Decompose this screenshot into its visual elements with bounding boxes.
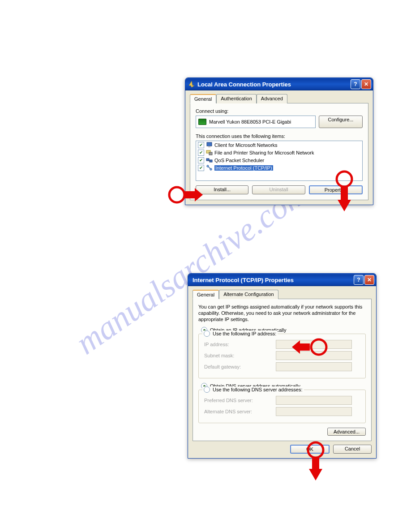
radio-use-dns[interactable]: Use the following DNS server addresses: [204, 386, 303, 393]
tab-general[interactable]: General [193, 290, 219, 299]
gateway-field [276, 362, 352, 371]
configure-button[interactable]: Configure... [319, 116, 363, 128]
qos-icon [206, 157, 213, 163]
svg-point-11 [169, 187, 184, 202]
close-button[interactable]: ✕ [361, 79, 371, 89]
tab-alternate[interactable]: Alternate Configuration [219, 290, 278, 299]
list-item-label: QoS Packet Scheduler [214, 158, 264, 163]
properties-button[interactable]: Properties [309, 185, 363, 194]
alt-dns-field [276, 407, 352, 416]
svg-rect-2 [208, 146, 210, 147]
ip-address-label: IP address: [204, 342, 271, 347]
svg-line-10 [209, 167, 210, 169]
tcpip-titlebar[interactable]: Internet Protocol (TCP/IP) Properties ? … [188, 274, 376, 286]
tab-advanced[interactable]: Advanced [257, 94, 287, 103]
pref-dns-label: Preferred DNS server: [204, 398, 271, 403]
checkbox-icon[interactable]: ✔ [198, 142, 204, 148]
list-item-label: File and Printer Sharing for Microsoft N… [214, 150, 314, 155]
lac-titlebar-icon [188, 81, 195, 88]
ok-button[interactable]: OK [290, 445, 330, 454]
cancel-button[interactable]: Cancel [333, 445, 372, 454]
tcpip-properties-window: Internet Protocol (TCP/IP) Properties ? … [188, 273, 377, 459]
checkbox-icon[interactable]: ✔ [198, 150, 204, 156]
lac-properties-window: Local Area Connection Properties ? ✕ Gen… [185, 77, 373, 205]
tcpip-description: You can get IP settings assigned automat… [198, 304, 366, 322]
list-item[interactable]: ✔ File and Printer Sharing for Microsoft… [196, 149, 362, 156]
subnet-label: Subnet mask: [204, 353, 271, 358]
help-button[interactable]: ? [351, 79, 360, 89]
svg-rect-4 [209, 152, 212, 155]
svg-rect-1 [207, 142, 212, 146]
svg-rect-5 [206, 159, 209, 161]
list-item[interactable]: ✔ QoS Packet Scheduler [196, 156, 362, 164]
advanced-button[interactable]: Advanced... [327, 428, 366, 436]
items-list[interactable]: ✔ Client for Microsoft Networks ✔ File a… [196, 141, 363, 181]
gateway-label: Default gateway: [204, 364, 271, 369]
checkbox-icon[interactable]: ✔ [198, 165, 204, 171]
ip-address-field [276, 340, 352, 349]
radio-label: Use the following IP address: [213, 331, 276, 336]
lac-tabstrip: General Authentication Advanced [190, 94, 368, 103]
connect-using-label: Connect using: [196, 108, 363, 114]
install-button[interactable]: Install... [196, 185, 248, 194]
radio-icon[interactable] [204, 386, 210, 393]
radio-use-ip[interactable]: Use the following IP address: [204, 330, 276, 337]
pref-dns-field [276, 396, 352, 405]
close-button[interactable]: ✕ [364, 275, 374, 285]
items-label: This connection uses the following items… [196, 133, 363, 139]
list-item-label: Internet Protocol (TCP/IP) [214, 165, 273, 171]
checkbox-icon[interactable]: ✔ [198, 157, 204, 163]
share-icon [206, 149, 213, 156]
radio-icon[interactable] [204, 330, 210, 337]
list-item-label: Client for Microsoft Networks [214, 142, 278, 148]
uninstall-button: Uninstall [252, 185, 305, 194]
lac-title: Local Area Connection Properties [197, 81, 350, 88]
tab-authentication[interactable]: Authentication [216, 94, 257, 103]
nic-icon [198, 119, 206, 125]
list-item[interactable]: ✔ Client for Microsoft Networks [196, 141, 362, 149]
radio-label: Use the following DNS server addresses: [213, 387, 303, 392]
tcpip-icon [206, 164, 213, 171]
tcpip-tabstrip: General Alternate Configuration [193, 289, 372, 299]
alt-dns-label: Alternate DNS server: [204, 409, 271, 414]
adapter-name: Marvell Yukon 88E8053 PCI-E Gigabi [209, 119, 291, 124]
adapter-box[interactable]: Marvell Yukon 88E8053 PCI-E Gigabi [196, 116, 316, 128]
help-button[interactable]: ? [354, 275, 364, 285]
lac-titlebar[interactable]: Local Area Connection Properties ? ✕ [185, 78, 373, 90]
client-icon [206, 142, 213, 148]
svg-marker-0 [189, 81, 194, 87]
tab-general[interactable]: General [190, 94, 216, 103]
tcpip-title: Internet Protocol (TCP/IP) Properties [191, 277, 353, 283]
subnet-field [276, 351, 352, 360]
list-item[interactable]: ✔ Internet Protocol (TCP/IP) [196, 164, 362, 172]
